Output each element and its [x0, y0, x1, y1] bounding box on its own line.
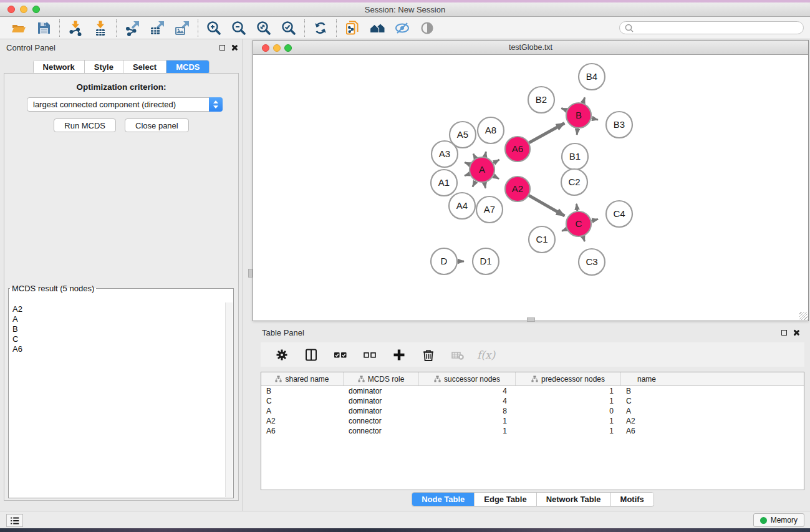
graph-node-B3[interactable]: B3 [606, 112, 632, 138]
zoom-selected-button[interactable] [276, 18, 301, 38]
float-panel-icon[interactable] [219, 45, 225, 51]
graph-node-B2[interactable]: B2 [528, 87, 554, 113]
tab-network[interactable]: Network [34, 60, 85, 74]
tab-edge-table[interactable]: Edge Table [475, 493, 536, 506]
mcds-result-item[interactable]: B [9, 324, 225, 334]
tab-motifs[interactable]: Motifs [611, 493, 653, 506]
graph-node-B[interactable]: B [566, 103, 591, 128]
network-window-titlebar[interactable]: testGlobe.txt [253, 41, 808, 55]
resize-grip[interactable] [799, 312, 808, 320]
run-mcds-button[interactable]: Run MCDS [54, 118, 116, 132]
close-panel-icon[interactable] [231, 44, 238, 51]
graph-edge-A-A2[interactable] [493, 176, 499, 179]
network-close-button[interactable] [262, 44, 269, 52]
column-header-MCDS-role[interactable]: MCDS role [344, 372, 419, 385]
graph-node-A6[interactable]: A6 [505, 137, 530, 162]
hide-graphics-details-button[interactable] [390, 18, 415, 38]
export-table-button[interactable] [145, 18, 170, 38]
import-table-button[interactable] [88, 18, 113, 38]
graph-node-C1[interactable]: C1 [529, 226, 555, 253]
table-row[interactable]: Bdominator41B [261, 386, 804, 396]
show-columns-button[interactable] [299, 345, 324, 365]
open-session-button[interactable] [6, 18, 31, 38]
graph-node-D1[interactable]: D1 [473, 248, 499, 274]
mcds-result-item[interactable]: C [9, 334, 225, 344]
network-canvas[interactable]: B4B2BB3A8A5A6A3B1AC2A1A2A4A7C4CC1C3DD1 [253, 56, 808, 321]
deselect-all-rows-button[interactable] [357, 345, 382, 365]
refresh-button[interactable] [308, 18, 333, 38]
float-table-panel-icon[interactable] [781, 330, 787, 336]
graph-node-B1[interactable]: B1 [562, 143, 588, 170]
graph-edge-B-B3[interactable] [592, 118, 598, 120]
column-header-successor-nodes[interactable]: successor nodes [419, 372, 516, 385]
graph-edge-C-C2[interactable] [577, 204, 577, 211]
delete-column-button[interactable] [416, 345, 441, 365]
column-header-shared-name[interactable]: shared name [261, 372, 344, 385]
tab-style[interactable]: Style [85, 60, 123, 74]
zoom-fit-button[interactable] [251, 18, 276, 38]
create-column-button[interactable] [387, 345, 412, 365]
tab-node-table[interactable]: Node Table [412, 493, 475, 506]
maximize-window-button[interactable] [32, 6, 40, 13]
memory-button[interactable]: Memory [753, 513, 804, 527]
graph-node-C3[interactable]: C3 [579, 249, 605, 275]
tab-network-table[interactable]: Network Table [537, 493, 611, 506]
show-graphics-details-button[interactable] [415, 18, 440, 38]
column-header-name[interactable]: name [621, 372, 672, 385]
criterion-select[interactable]: largest connected component (directed) [27, 97, 223, 112]
select-all-rows-button[interactable] [328, 345, 353, 365]
graph-node-A7[interactable]: A7 [476, 196, 503, 223]
graph-edge-A-A3[interactable] [465, 163, 470, 165]
graph-edge-A2-C[interactable] [529, 195, 564, 216]
mcds-result-item[interactable]: A2 [9, 302, 225, 314]
zoom-out-button[interactable] [226, 18, 251, 38]
export-image-button[interactable] [170, 18, 195, 38]
clone-network-button[interactable] [340, 18, 365, 38]
graph-edge-A-A6[interactable] [493, 160, 499, 163]
graph-node-A1[interactable]: A1 [431, 170, 457, 196]
graph-edge-A-A4[interactable] [473, 181, 476, 186]
search-input[interactable] [637, 24, 799, 32]
graph-node-D[interactable]: D [431, 248, 457, 274]
task-history-button[interactable] [6, 514, 23, 527]
table-row[interactable]: Cdominator41C [261, 396, 804, 406]
table-row[interactable]: Adominator80A [261, 406, 804, 416]
graph-node-A8[interactable]: A8 [478, 117, 504, 143]
table-settings-button[interactable] [269, 345, 294, 365]
graph-node-A4[interactable]: A4 [449, 193, 475, 219]
horizontal-scrollbar-thumb[interactable] [527, 317, 535, 322]
graph-edge-B-B1[interactable] [577, 128, 577, 135]
graph-edge-C-C3[interactable] [583, 236, 585, 241]
tab-mcds[interactable]: MCDS [166, 60, 209, 74]
close-window-button[interactable] [7, 6, 15, 13]
graph-node-A2[interactable]: A2 [505, 177, 530, 201]
graph-edge-A-A7[interactable] [485, 183, 486, 188]
close-table-panel-icon[interactable] [793, 329, 799, 336]
graph-edge-B-B4[interactable] [583, 97, 585, 103]
import-network-button[interactable] [63, 18, 88, 38]
close-panel-button[interactable]: Close panel [125, 118, 189, 132]
network-minimize-button[interactable] [273, 44, 281, 52]
save-session-button[interactable] [31, 18, 56, 38]
graph-node-C[interactable]: C [566, 211, 591, 236]
graph-node-A[interactable]: A [470, 157, 494, 182]
graph-edge-C-C1[interactable] [562, 229, 567, 231]
mcds-result-item[interactable]: A [9, 314, 225, 324]
graph-edge-C-C4[interactable] [591, 219, 598, 221]
graph-node-C2[interactable]: C2 [561, 169, 587, 195]
export-network-button[interactable] [120, 18, 145, 38]
graph-node-A3[interactable]: A3 [432, 141, 458, 167]
zoom-in-button[interactable] [201, 18, 226, 38]
graph-node-C4[interactable]: C4 [606, 201, 632, 227]
graph-edge-A-A5[interactable] [473, 154, 476, 158]
graph-node-B4[interactable]: B4 [579, 64, 605, 90]
mcds-result-scrollbar[interactable] [225, 302, 233, 497]
column-header-predecessor-nodes[interactable]: predecessor nodes [516, 372, 621, 385]
minimize-window-button[interactable] [20, 6, 27, 13]
graph-edge-A-A1[interactable] [465, 174, 470, 176]
vertical-scrollbar-thumb[interactable] [248, 269, 253, 278]
graph-edge-A-A8[interactable] [485, 152, 486, 157]
mcds-result-item[interactable]: A6 [9, 344, 225, 354]
table-row[interactable]: A2connector11A2 [261, 416, 804, 426]
tab-select[interactable]: Select [123, 60, 166, 74]
